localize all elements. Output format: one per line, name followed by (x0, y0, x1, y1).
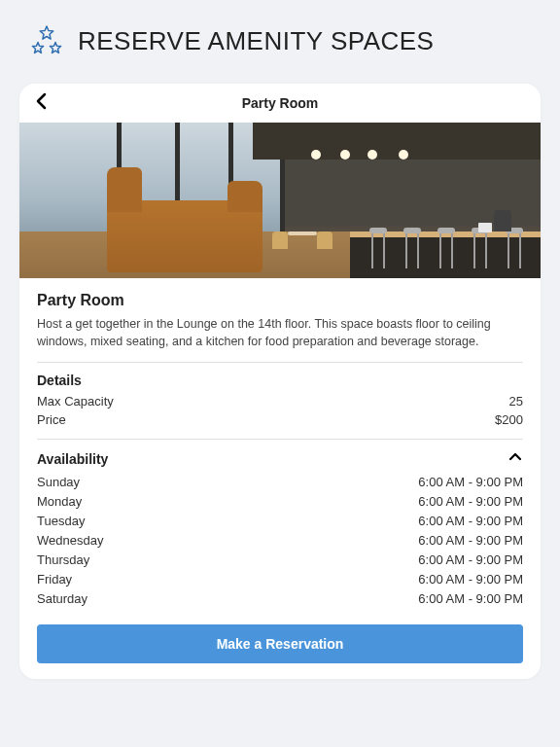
day-hours: 6:00 AM - 9:00 PM (418, 494, 523, 509)
stars-icon (29, 23, 64, 58)
card-content: Party Room Host a get together in the Lo… (19, 278, 541, 679)
day-hours: 6:00 AM - 9:00 PM (418, 514, 523, 528)
day-hours: 6:00 AM - 9:00 PM (418, 552, 523, 567)
availability-row: Tuesday 6:00 AM - 9:00 PM (37, 514, 523, 528)
make-reservation-button[interactable]: Make a Reservation (37, 624, 523, 663)
availability-row: Monday 6:00 AM - 9:00 PM (37, 494, 523, 509)
day-label: Monday (37, 494, 82, 509)
availability-row: Saturday 6:00 AM - 9:00 PM (37, 591, 523, 606)
details-heading: Details (37, 373, 523, 388)
divider (37, 362, 523, 363)
room-description: Host a get together in the Lounge on the… (37, 315, 523, 350)
availability-heading: Availability (37, 451, 108, 467)
day-label: Sunday (37, 475, 80, 489)
amenity-card: Party Room Party Room Host a get togethe… (19, 84, 541, 679)
page-header: RESERVE AMENITY SPACES (0, 0, 560, 76)
divider (37, 439, 523, 440)
day-label: Wednesday (37, 533, 103, 548)
price-value: $200 (495, 412, 523, 427)
detail-capacity-row: Max Capacity 25 (37, 394, 523, 409)
chevron-up-icon[interactable] (508, 449, 523, 469)
availability-row: Sunday 6:00 AM - 9:00 PM (37, 475, 523, 489)
capacity-label: Max Capacity (37, 394, 114, 409)
card-header: Party Room (19, 84, 541, 123)
day-hours: 6:00 AM - 9:00 PM (418, 533, 523, 548)
day-label: Saturday (37, 591, 88, 606)
room-name: Party Room (37, 292, 523, 309)
day-label: Friday (37, 572, 72, 587)
amenity-hero-image (19, 123, 541, 278)
capacity-value: 25 (509, 394, 523, 409)
day-hours: 6:00 AM - 9:00 PM (418, 591, 523, 606)
day-label: Thursday (37, 552, 89, 567)
day-label: Tuesday (37, 514, 85, 528)
day-hours: 6:00 AM - 9:00 PM (418, 572, 523, 587)
page-title: RESERVE AMENITY SPACES (78, 26, 434, 56)
availability-row: Friday 6:00 AM - 9:00 PM (37, 572, 523, 587)
availability-row: Thursday 6:00 AM - 9:00 PM (37, 552, 523, 567)
card-header-title: Party Room (242, 95, 319, 111)
availability-header[interactable]: Availability (37, 449, 523, 469)
price-label: Price (37, 412, 66, 427)
availability-row: Wednesday 6:00 AM - 9:00 PM (37, 533, 523, 548)
back-button[interactable] (35, 91, 49, 115)
detail-price-row: Price $200 (37, 412, 523, 427)
day-hours: 6:00 AM - 9:00 PM (418, 475, 523, 489)
